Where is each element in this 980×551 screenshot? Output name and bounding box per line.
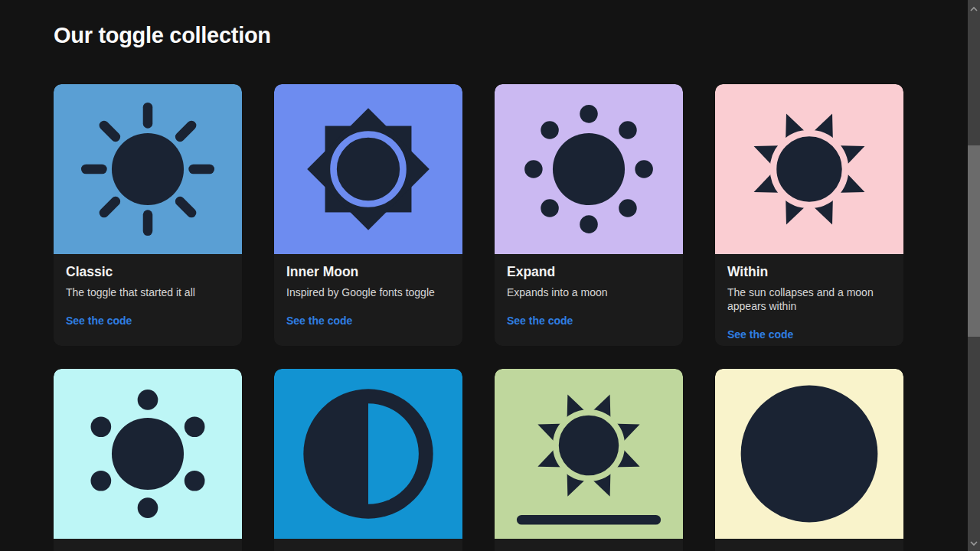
toggle-preview-tile[interactable] xyxy=(274,369,462,539)
card-description: The sun collapses and a moon appears wit… xyxy=(727,285,891,313)
card-body: Within The sun collapses and a moon appe… xyxy=(715,254,903,341)
toggle-card-grid: Classic The toggle that started it all S… xyxy=(54,84,903,551)
toggle-card: Eclipse xyxy=(715,369,903,551)
card-body: Expand Expands into a moon See the code xyxy=(495,254,683,328)
half-moon-contrast-icon xyxy=(293,379,443,529)
see-code-link[interactable]: See the code xyxy=(727,328,793,341)
sun-orbit-dots-icon xyxy=(73,379,223,529)
see-code-link[interactable]: See the code xyxy=(507,315,573,327)
card-description: Inspired by Google fonts toggle xyxy=(286,285,450,299)
scrollbar[interactable] xyxy=(968,0,980,551)
toggle-preview-tile[interactable] xyxy=(715,84,903,254)
sun-rays-icon xyxy=(73,94,223,244)
card-body: Dark Side xyxy=(274,539,462,551)
card-title: Expand xyxy=(507,264,671,280)
toggle-card: Expand Expands into a moon See the code xyxy=(495,84,683,346)
toggle-card: Inner Moon Inspired by Google fonts togg… xyxy=(274,84,462,346)
sun-octagram-ring-icon xyxy=(293,94,443,244)
toggle-preview-tile[interactable] xyxy=(54,369,242,539)
see-code-link[interactable]: See the code xyxy=(66,315,132,327)
page-title: Our toggle collection xyxy=(54,23,271,48)
toggle-card: Classic The toggle that started it all S… xyxy=(54,84,242,346)
toggle-card: Dark Side xyxy=(274,369,462,551)
card-body: Eclipse xyxy=(715,539,903,551)
card-body: Around xyxy=(54,539,242,551)
card-title: Within xyxy=(727,264,891,280)
card-body: Inner Moon Inspired by Google fonts togg… xyxy=(274,254,462,328)
sun-dots-icon xyxy=(514,94,664,244)
toggle-card: Horizon xyxy=(495,369,683,551)
card-title: Inner Moon xyxy=(286,264,450,280)
toggle-card: Within The sun collapses and a moon appe… xyxy=(715,84,903,346)
toggle-preview-tile[interactable] xyxy=(495,369,683,539)
card-description: The toggle that started it all xyxy=(66,285,230,299)
sun-star-ring-icon xyxy=(734,94,884,244)
scroll-up-icon[interactable] xyxy=(968,3,980,15)
scrollbar-thumb[interactable] xyxy=(968,145,980,337)
scroll-down-icon[interactable] xyxy=(968,537,980,549)
card-title: Classic xyxy=(66,264,230,280)
moon-circle-icon xyxy=(734,379,884,529)
card-body: Horizon xyxy=(495,539,683,551)
toggle-card: Around xyxy=(54,369,242,551)
toggle-preview-tile[interactable] xyxy=(495,84,683,254)
card-body: Classic The toggle that started it all S… xyxy=(54,254,242,328)
sun-horizon-icon xyxy=(514,379,664,529)
toggle-preview-tile[interactable] xyxy=(274,84,462,254)
toggle-preview-tile[interactable] xyxy=(54,84,242,254)
card-description: Expands into a moon xyxy=(507,285,671,299)
toggle-preview-tile[interactable] xyxy=(715,369,903,539)
see-code-link[interactable]: See the code xyxy=(286,315,352,327)
